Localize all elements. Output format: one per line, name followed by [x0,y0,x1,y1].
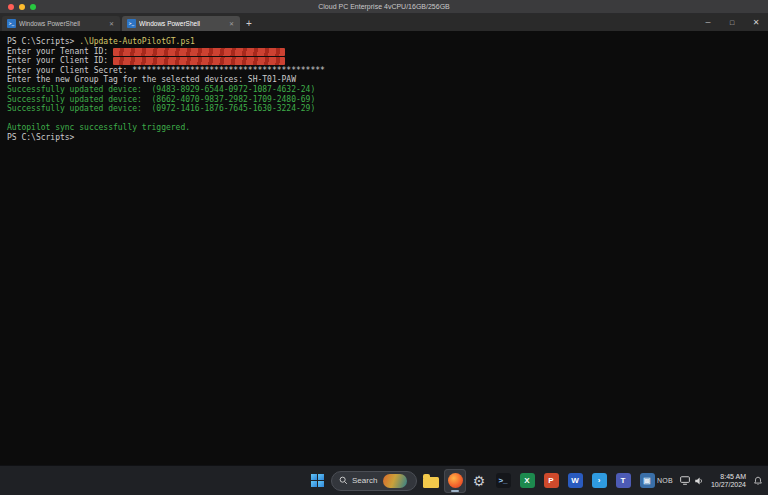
tab-windows-powershell-1[interactable]: >_ Windows PowerShell ✕ [2,16,120,31]
word-icon: W [568,473,583,488]
terminal-text: Successfully updated device: (8662-4070-… [7,95,315,104]
clock-date: 10/27/2024 [711,481,746,489]
terminal-text: PS C:\Scripts> [7,37,79,46]
settings-gear-taskbar-button[interactable]: ⚙ [468,469,490,493]
screen: Cloud PC Enterprise 4vCPU/16GB/256GB >_ … [0,0,768,495]
terminal-line: Successfully updated device: (8662-4070-… [7,95,761,105]
start-button[interactable] [306,469,328,493]
macos-traffic-lights [8,4,36,10]
maximize-icon[interactable]: □ [720,14,744,31]
powerpoint-taskbar-button[interactable]: P [540,469,562,493]
terminal-line: PS C:\Scripts> .\Update-AutoPilotGT.ps1 [7,37,761,47]
powershell-icon: >_ [7,19,16,28]
terminal-line: Enter your Client ID: [7,56,761,66]
windows-logo-icon [311,474,324,487]
terminal-text: Enter your Client ID: [7,56,113,65]
search-highlight-thumbnail [383,474,407,488]
terminal-line: PS C:\Scripts> [7,133,761,143]
close-icon[interactable]: ✕ [744,14,768,31]
macos-minimize-button[interactable] [19,4,25,10]
redacted-value [113,48,285,56]
excel-icon: X [520,473,535,488]
language-indicator[interactable]: NOB [657,477,673,484]
macos-titlebar: Cloud PC Enterprise 4vCPU/16GB/256GB [0,0,768,14]
system-tray: ^ NOB 8:45 AM 10/27/2024 [646,466,763,495]
tab-label: Windows PowerShell [19,20,105,27]
terminal-text: PS C:\Scripts> [7,133,74,142]
word-taskbar-button[interactable]: W [564,469,586,493]
file-explorer-taskbar-button[interactable] [420,469,442,493]
teams-icon: T [616,473,631,488]
file-explorer-icon [423,477,439,488]
powershell-icon: >_ [127,19,136,28]
taskbar-search[interactable]: Search [331,471,417,491]
terminal-text: Enter your Client Secret: **************… [7,66,325,75]
taskbar-app-icons: ⚙>_XPW›T▣ [420,469,658,493]
terminal-line: Autopilot sync successfully triggered. [7,123,761,133]
powerpoint-icon: P [544,473,559,488]
terminal-text: Enter your Tenant ID: [7,47,113,56]
search-icon [339,476,348,485]
clock-time: 8:45 AM [711,473,746,481]
excel-taskbar-button[interactable]: X [516,469,538,493]
terminal-tab-bar: >_ Windows PowerShell ✕ >_ Windows Power… [0,14,768,31]
search-label: Search [352,476,377,485]
taskbar: Search ⚙>_XPW›T▣ ^ NOB 8:45 AM 10/27/202… [0,465,768,495]
browser-taskbar-button[interactable] [444,469,466,493]
terminal-text: Successfully updated device: (0972-1416-… [7,104,315,113]
tab-label: Windows PowerShell [139,20,225,27]
terminal-line: Enter your Client Secret: **************… [7,66,761,76]
terminal-output[interactable]: PS C:\Scripts> .\Update-AutoPilotGT.ps1E… [0,31,768,465]
settings-gear-icon: ⚙ [473,473,486,489]
macos-zoom-button[interactable] [30,4,36,10]
terminal-line [7,114,761,124]
new-tab-button[interactable]: + [240,16,258,31]
terminal-text: Autopilot sync successfully triggered. [7,123,190,132]
terminal-taskbar-button[interactable]: >_ [492,469,514,493]
tab-close-icon[interactable]: ✕ [108,20,115,27]
display-icon [680,476,690,485]
macos-close-button[interactable] [8,4,14,10]
vscode-taskbar-button[interactable]: › [588,469,610,493]
terminal-line: Successfully updated device: (9483-8929-… [7,85,761,95]
terminal-icon: >_ [496,473,511,488]
tray-overflow-chevron-icon[interactable]: ^ [646,477,650,486]
window-controls: ─ □ ✕ [696,14,768,31]
vscode-icon: › [592,473,607,488]
tab-close-icon[interactable]: ✕ [228,20,235,27]
open-app-indicator [451,490,459,492]
terminal-text: Enter the new Group Tag for the selected… [7,75,296,84]
terminal-line: Enter your Tenant ID: [7,47,761,57]
taskbar-clock[interactable]: 8:45 AM 10/27/2024 [711,473,746,489]
teams-taskbar-button[interactable]: T [612,469,634,493]
terminal-text: Successfully updated device: (9483-8929-… [7,85,315,94]
taskbar-center-group: Search ⚙>_XPW›T▣ [306,466,658,495]
terminal-line: Successfully updated device: (0972-1416-… [7,104,761,114]
terminal-text: .\Update-AutoPilotGT.ps1 [79,37,195,46]
browser-icon [448,473,463,488]
notifications-bell-icon[interactable] [753,476,763,486]
volume-icon [694,476,704,486]
minimize-icon[interactable]: ─ [696,14,720,31]
tab-windows-powershell-2[interactable]: >_ Windows PowerShell ✕ [122,16,240,31]
terminal-line: Enter the new Group Tag for the selected… [7,75,761,85]
macos-window-title: Cloud PC Enterprise 4vCPU/16GB/256GB [0,0,768,14]
tray-status-icons[interactable] [680,476,704,486]
redacted-value [113,57,285,65]
